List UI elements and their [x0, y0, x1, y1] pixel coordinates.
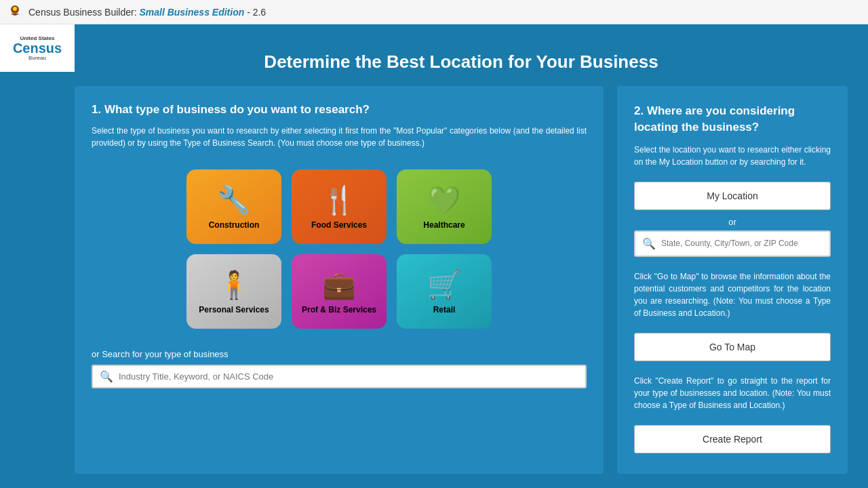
app-title: Census Business Builder: Small Business … [28, 7, 266, 18]
go-to-map-button[interactable]: Go To Map [634, 333, 831, 361]
top-bar: Census Business Builder: Small Business … [0, 0, 868, 24]
census-eagle-icon [7, 4, 23, 20]
food-icon: 🍴 [322, 184, 356, 216]
category-retail[interactable]: 🛒 Retail [397, 254, 492, 329]
business-search-input[interactable] [119, 371, 578, 382]
location-search-container[interactable]: 🔍 [634, 230, 831, 257]
personal-icon: 🧍 [217, 269, 251, 301]
food-label: Food Services [311, 220, 367, 230]
profbiz-label: Prof & Biz Services [302, 305, 376, 314]
construction-icon: 🔧 [217, 184, 251, 216]
category-healthcare[interactable]: 💚 Healthcare [397, 169, 492, 244]
or-separator: or [634, 217, 831, 227]
svg-point-1 [13, 7, 17, 11]
healthcare-icon: 💚 [427, 184, 461, 216]
left-panel: 1. What type of business do you want to … [75, 86, 604, 474]
census-logo-area: United States Census Bureau [0, 24, 75, 72]
page-heading: Determine the Best Location for Your Bus… [75, 38, 848, 86]
right-panel-description3: Click "Create Report" to go straight to … [634, 375, 831, 411]
census-bureau-text: Census [13, 41, 62, 55]
census-bureau-label: Bureau [13, 55, 62, 61]
main-content: Determine the Best Location for Your Bus… [0, 24, 868, 488]
profbiz-icon: 💼 [322, 269, 356, 301]
personal-label: Personal Services [199, 305, 269, 314]
my-location-button[interactable]: My Location [634, 182, 831, 210]
create-report-button[interactable]: Create Report [634, 425, 831, 453]
right-panel-description2: Click "Go to Map" to browse the informat… [634, 270, 831, 319]
category-profbiz[interactable]: 💼 Prof & Biz Services [292, 254, 387, 329]
panels-container: 1. What type of business do you want to … [75, 86, 848, 474]
right-panel-title: 2. Where are you considering locating th… [634, 103, 831, 136]
construction-label: Construction [209, 220, 260, 230]
right-panel-description1: Select the location you want to research… [634, 144, 831, 168]
left-panel-title: 1. What type of business do you want to … [92, 103, 587, 117]
left-panel-description: Select the type of business you want to … [92, 125, 587, 149]
healthcare-label: Healthcare [423, 220, 465, 230]
right-panel: 2. Where are you considering locating th… [617, 86, 848, 474]
category-food[interactable]: 🍴 Food Services [292, 169, 387, 244]
business-search-label: or Search for your type of business [92, 349, 587, 359]
business-category-grid: 🔧 Construction 🍴 Food Services 💚 Healthc… [92, 169, 587, 329]
retail-icon: 🛒 [427, 269, 461, 301]
business-search-container[interactable]: 🔍 [92, 365, 587, 388]
category-construction[interactable]: 🔧 Construction [186, 169, 281, 244]
business-search-icon: 🔍 [100, 370, 113, 383]
retail-label: Retail [433, 305, 456, 314]
location-search-input[interactable] [661, 239, 823, 248]
category-personal[interactable]: 🧍 Personal Services [186, 254, 281, 329]
location-search-icon: 🔍 [642, 237, 656, 250]
